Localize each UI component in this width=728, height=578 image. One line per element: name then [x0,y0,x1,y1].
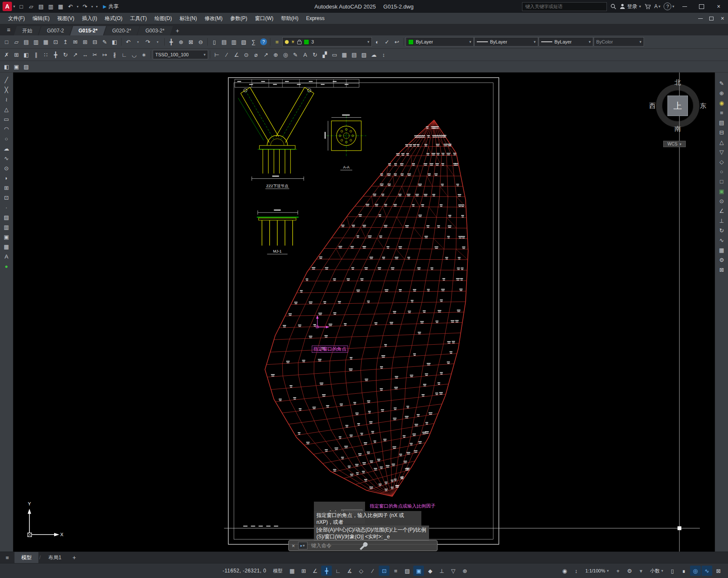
add-objects-icon[interactable]: ⊕ [716,88,727,98]
minimize-button[interactable] [678,0,691,12]
move-icon[interactable]: ╋ [51,50,61,59]
menu-view[interactable]: 视图(V) [53,14,78,23]
plot-icon[interactable]: ▦ [56,2,66,11]
autodesk-account-button[interactable]: A ▾ [654,3,661,9]
plot-preview-icon[interactable]: ⊡ [51,37,61,46]
stretch-icon[interactable]: ↔ [80,50,90,59]
drawing-tab-g015-2[interactable]: G015-2* [70,26,106,35]
save-icon[interactable]: ▤ [21,37,31,46]
table-icon[interactable]: ▦ [1,242,12,251]
etransmit-icon[interactable]: ✉ [70,37,80,46]
help-button[interactable]: ? ▾ [664,3,674,10]
drawing-tab-g007-2[interactable]: G007-2 [38,26,72,35]
new-drawing-tab-button[interactable]: + [172,26,183,35]
redo-icon[interactable]: ↷ [80,2,90,11]
ucs-dropdown[interactable]: WCS ▾ [663,141,686,147]
dim-aligned-icon[interactable]: ∕ [222,50,232,59]
mtext-icon[interactable]: ▭ [330,50,339,59]
annotation-monitor-icon[interactable]: + [612,566,623,576]
layer-off-icon[interactable]: ◐ [372,37,382,46]
graphics-performance-icon[interactable]: ∿ [702,566,712,576]
dim-edit-icon[interactable]: ✎ [290,50,300,59]
chamfer-icon[interactable]: ∟ [119,50,129,59]
quick-select-icon[interactable]: ◧ [2,62,12,71]
draw-order-icon[interactable]: ▣ [12,62,21,71]
menu-tools[interactable]: 工具(T) [126,14,151,23]
redo-icon[interactable]: ↷ [143,37,153,46]
refresh-view-icon[interactable]: ↻ [716,226,727,235]
fill-tool-icon[interactable]: ▣ [716,186,727,196]
redo-caret-icon[interactable]: ▾ [153,37,162,46]
wipeout-icon[interactable]: ▨ [359,50,369,59]
offset-icon[interactable]: ∥ [31,50,41,59]
zoom-realtime-icon[interactable]: ⊕ [176,37,186,46]
measure-icon[interactable]: ↕ [379,50,389,59]
qat-customize-caret-icon[interactable]: ▾ [95,2,99,11]
close-button[interactable]: × [712,0,725,12]
drawing-tab-start[interactable]: 开始 [14,26,41,35]
file-tabs-menu-icon[interactable]: ≡ [2,24,15,35]
arc-icon[interactable]: ◠ [1,124,12,134]
linetype-combo[interactable]: ByLayer ▾ [474,37,538,46]
create-block-icon[interactable]: ⊡ [1,193,12,202]
isolate-objects-icon[interactable]: ◎ [690,566,701,576]
line-icon[interactable]: ╱ [1,75,12,84]
view-cube[interactable]: 上 北 东 南 西 [652,80,703,131]
units-combo[interactable]: 小数 ▾ [647,566,666,575]
open-icon[interactable]: ▱ [12,37,21,46]
erase-icon[interactable]: ✗ [2,50,12,59]
zoom-previous-icon[interactable]: ⊖ [196,37,206,46]
explode-icon[interactable]: ∗ [139,50,149,59]
make-layer-current-icon[interactable]: ✓ [382,37,392,46]
isolate-objects-icon[interactable]: ▨ [21,62,31,71]
doc-close-button[interactable]: × [717,13,728,23]
properties-palette-icon[interactable]: ▯ [209,37,219,46]
isometric-drafting-icon[interactable]: ◇ [356,566,366,576]
polyline-icon[interactable]: ≀ [1,95,12,104]
perpendicular-tool-icon[interactable]: ⊥ [716,216,727,225]
dim-radius-icon[interactable]: ⊙ [241,50,251,59]
undo-caret-icon[interactable]: ▾ [133,37,143,46]
app-logo[interactable]: A [3,2,12,11]
compass-south[interactable]: 南 [675,125,681,133]
layout-menu-icon[interactable]: ≡ [0,555,15,561]
collapse-icon[interactable]: ⊟ [716,128,727,137]
compass-east[interactable]: 东 [700,102,706,110]
view-cube-top-face[interactable]: 上 [667,96,688,116]
menu-window[interactable]: 窗口(W) [251,14,277,23]
add-selected-icon[interactable]: ● [1,261,12,271]
plot-style-combo[interactable]: ByColor ▾ [594,37,644,46]
menu-format[interactable]: 格式(O) [101,14,126,23]
drawing-tab-g003-2[interactable]: G003-2* [137,26,173,35]
ellipse-icon[interactable]: ⊙ [1,163,12,173]
search-icon[interactable] [610,3,616,9]
share-button[interactable]: ▶ 共享 [103,3,119,10]
lineweight-combo[interactable]: ByLayer ▾ [539,37,593,46]
maximize-button[interactable] [695,0,708,12]
object-snap-icon[interactable]: ⊡ [379,566,389,576]
scale-icon[interactable]: ↗ [70,50,80,59]
clean-screen-icon[interactable]: ⊠ [713,566,724,576]
menu-express[interactable]: Express [302,14,328,23]
grid-display-icon[interactable]: ▦ [287,566,297,576]
selection-filtering-icon[interactable]: ▽ [448,566,458,576]
revision-cloud-icon[interactable]: ☁ [1,144,12,153]
help-toolbar-icon[interactable]: ? [260,38,267,45]
dynamic-input-icon[interactable]: ╋ [321,566,332,576]
lock-ui-icon[interactable]: ∎ [679,566,689,576]
redo-caret-icon[interactable]: ▾ [90,2,95,11]
spline-tool-icon[interactable]: ∿ [716,235,727,245]
text-style-combo[interactable]: TSSD_100_100 ▾ [153,50,208,59]
new-layout-button[interactable]: + [68,554,80,561]
tolerance-icon[interactable]: ⊕ [271,50,281,59]
tool-palettes-icon[interactable]: ▥ [229,37,239,46]
doc-minimize-button[interactable] [695,13,706,23]
object-color-combo[interactable]: ByLayer ▾ [406,37,474,46]
layer-list-icon[interactable]: ≡ [716,108,727,117]
app-menu-caret[interactable]: ▾ [13,4,15,9]
rectangle-icon[interactable]: ▭ [1,114,12,124]
transparency-icon[interactable]: ▨ [402,566,412,576]
undo-caret-icon[interactable]: ▾ [75,2,80,11]
layer-properties-manager-icon[interactable]: ≡ [272,37,282,46]
drawing-canvas[interactable]: ZZ2下弦节点A-AMJ-1YX 上 北 东 南 西 WCS ▾ 指定窗口的角点… [13,73,715,552]
